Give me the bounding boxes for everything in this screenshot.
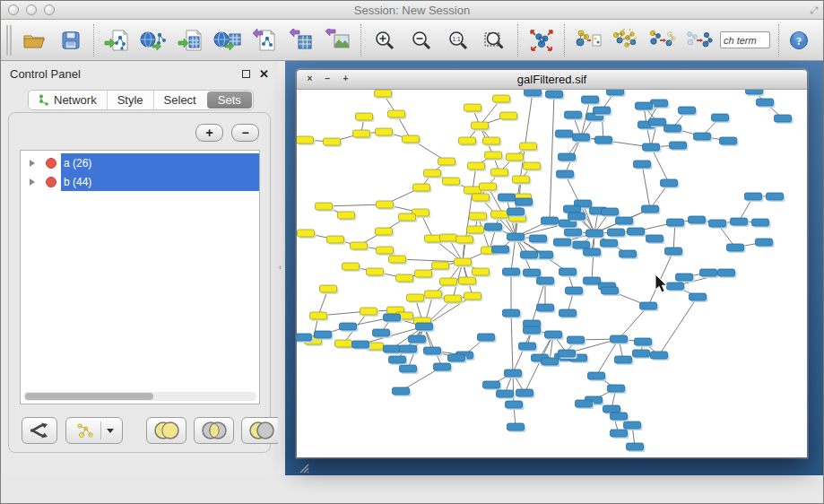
- list-item[interactable]: b (44): [21, 172, 259, 191]
- graph-edge[interactable]: [648, 251, 673, 306]
- graph-node[interactable]: [573, 134, 590, 141]
- graph-node[interactable]: [335, 340, 352, 347]
- minimize-view-icon[interactable]: −: [322, 74, 334, 85]
- create-set-combo-button[interactable]: [65, 417, 123, 444]
- graph-node[interactable]: [507, 423, 525, 430]
- graph-node[interactable]: [413, 184, 430, 191]
- import-network-from-file-button[interactable]: [99, 22, 135, 58]
- graph-node[interactable]: [611, 413, 628, 420]
- union-sets-button[interactable]: [146, 417, 186, 444]
- graph-node[interactable]: [367, 268, 384, 275]
- graph-node[interactable]: [694, 133, 711, 140]
- graph-node[interactable]: [343, 263, 360, 270]
- graph-node[interactable]: [456, 236, 473, 243]
- graph-node[interactable]: [594, 107, 611, 114]
- graph-node[interactable]: [752, 219, 769, 226]
- graph-node[interactable]: [584, 277, 601, 284]
- graph-node[interactable]: [497, 390, 514, 397]
- split-sets-button[interactable]: [22, 417, 57, 444]
- graph-node[interactable]: [576, 400, 593, 407]
- graph-node[interactable]: [767, 193, 784, 200]
- graph-node[interactable]: [676, 274, 693, 281]
- help-button[interactable]: ?: [784, 22, 814, 58]
- graph-node[interactable]: [464, 187, 481, 194]
- graph-node[interactable]: [667, 282, 684, 290]
- graph-node[interactable]: [424, 347, 441, 354]
- graph-node[interactable]: [338, 212, 355, 219]
- graph-node[interactable]: [491, 211, 508, 218]
- graph-node[interactable]: [556, 130, 573, 137]
- graph-node[interactable]: [602, 287, 619, 294]
- graph-node[interactable]: [506, 401, 523, 408]
- graph-node[interactable]: [565, 229, 582, 236]
- graph-node[interactable]: [559, 268, 577, 275]
- graph-node[interactable]: [455, 258, 472, 265]
- export-table-button[interactable]: [282, 22, 319, 58]
- graph-node[interactable]: [468, 162, 485, 169]
- graph-node[interactable]: [611, 430, 628, 437]
- graph-node[interactable]: [689, 216, 706, 223]
- graph-node[interactable]: [459, 277, 476, 284]
- graph-node[interactable]: [642, 205, 659, 213]
- graph-node[interactable]: [443, 178, 460, 185]
- network-graph[interactable]: [297, 90, 807, 457]
- graph-node[interactable]: [633, 350, 650, 357]
- graph-node[interactable]: [542, 217, 559, 224]
- create-group-button[interactable]: [569, 22, 606, 58]
- close-view-icon[interactable]: ×: [304, 74, 316, 85]
- graph-node[interactable]: [636, 102, 653, 109]
- graph-node[interactable]: [480, 183, 497, 190]
- minimize-window-icon[interactable]: [26, 4, 37, 15]
- graph-node[interactable]: [690, 293, 707, 300]
- graph-node[interactable]: [432, 262, 449, 269]
- float-panel-icon[interactable]: [242, 70, 250, 78]
- graph-node[interactable]: [615, 356, 632, 363]
- graph-node[interactable]: [297, 136, 314, 143]
- graph-node[interactable]: [745, 193, 762, 200]
- graph-node[interactable]: [542, 358, 559, 365]
- graph-node[interactable]: [524, 326, 541, 334]
- graph-node[interactable]: [557, 170, 574, 178]
- graph-node[interactable]: [757, 99, 774, 106]
- graph-node[interactable]: [519, 343, 536, 350]
- graph-node[interactable]: [440, 234, 457, 241]
- graph-node[interactable]: [554, 239, 571, 246]
- graph-node[interactable]: [624, 421, 641, 429]
- set-label[interactable]: b (44): [61, 172, 259, 191]
- graph-node[interactable]: [377, 247, 394, 254]
- expand-group-button[interactable]: [643, 22, 680, 58]
- graph-node[interactable]: [478, 334, 495, 341]
- graph-node[interactable]: [320, 285, 337, 292]
- graph-node[interactable]: [327, 236, 344, 243]
- graph-node[interactable]: [665, 248, 682, 255]
- graph-node[interactable]: [635, 338, 652, 345]
- graph-node[interactable]: [400, 365, 417, 372]
- horizontal-scrollbar[interactable]: [23, 392, 256, 401]
- zoom-window-icon[interactable]: [44, 4, 55, 15]
- graph-node[interactable]: [746, 90, 763, 94]
- graph-edge[interactable]: [532, 281, 545, 324]
- graph-node[interactable]: [505, 369, 522, 377]
- graph-node[interactable]: [440, 278, 457, 285]
- close-panel-icon[interactable]: ✕: [259, 70, 269, 79]
- add-set-button[interactable]: +: [195, 124, 223, 142]
- graph-node[interactable]: [731, 218, 748, 225]
- graph-node[interactable]: [425, 291, 442, 298]
- graph-node[interactable]: [627, 443, 644, 450]
- graph-node[interactable]: [353, 130, 370, 137]
- network-window-title-bar[interactable]: × − + galFiltered.sif: [297, 70, 807, 90]
- graph-edge[interactable]: [424, 326, 442, 367]
- graph-node[interactable]: [525, 90, 542, 96]
- graph-node[interactable]: [643, 143, 660, 151]
- resize-grip[interactable]: [297, 461, 309, 474]
- panel-splitter[interactable]: ‹: [278, 61, 285, 475]
- open-session-button[interactable]: [15, 22, 52, 58]
- graph-node[interactable]: [360, 308, 377, 315]
- graph-node[interactable]: [720, 137, 737, 144]
- graph-node[interactable]: [473, 268, 490, 275]
- graph-node[interactable]: [709, 220, 726, 227]
- tab-select[interactable]: Select: [153, 91, 206, 109]
- graph-node[interactable]: [485, 223, 502, 230]
- graph-node[interactable]: [507, 153, 524, 161]
- graph-node[interactable]: [520, 143, 537, 150]
